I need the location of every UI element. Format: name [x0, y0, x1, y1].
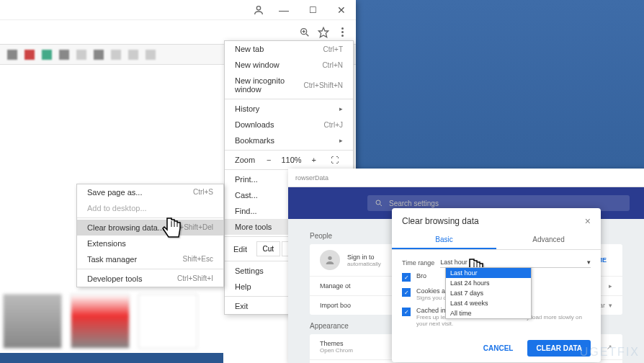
taskbar [0, 353, 223, 363]
dialog-tabs: Basic Advanced [392, 231, 601, 250]
tab-basic[interactable]: Basic [392, 231, 496, 249]
submenu-extensions[interactable]: Extensions [77, 236, 223, 251]
tab-advanced[interactable]: Advanced [496, 231, 601, 249]
svg-line-2 [306, 34, 308, 36]
star-icon[interactable] [314, 23, 333, 42]
search-icon [375, 199, 383, 207]
thumbnail-tile[interactable] [3, 294, 62, 349]
time-range-label: Time range [402, 259, 434, 266]
bookmark-item[interactable] [146, 50, 156, 60]
bookmark-item[interactable] [128, 50, 138, 60]
fullscreen-icon[interactable]: ⛶ [326, 156, 343, 164]
cut-button[interactable]: Cut [256, 241, 281, 256]
time-range-select[interactable]: Last hour▾ [440, 257, 591, 268]
user-avatar-icon[interactable] [248, 0, 269, 20]
chevron-right-icon: ▸ [339, 105, 343, 112]
bookmark-item[interactable] [24, 50, 35, 60]
maximize-button[interactable]: ☐ [298, 0, 327, 20]
more-menu-icon[interactable] [333, 23, 352, 42]
watermark: UGETFIX [580, 346, 640, 359]
time-range-dropdown: Last hour Last 24 hours Last 7 days Last… [445, 267, 532, 319]
dropdown-option[interactable]: Last 4 weeks [446, 298, 531, 308]
dropdown-option[interactable]: All time [446, 308, 531, 318]
close-button[interactable]: ✕ [327, 0, 356, 20]
submenu-add-to-desktop: Add to desktop... [77, 200, 223, 216]
settings-url-bar: rowserData [288, 169, 644, 187]
menu-new-incognito[interactable]: New incognito windowCtrl+Shift+N [225, 73, 353, 97]
avatar-icon [320, 250, 340, 270]
chevron-right-icon: ▸ [339, 137, 343, 144]
zoom-out-button[interactable]: − [262, 156, 275, 164]
menu-new-window[interactable]: New windowCtrl+N [225, 57, 353, 73]
dialog-close-button[interactable]: × [585, 215, 591, 227]
svg-point-9 [376, 200, 380, 205]
bookmark-item[interactable] [59, 50, 69, 60]
svg-point-11 [328, 256, 331, 260]
title-bar: — ☐ ✕ [0, 0, 356, 20]
dropdown-option[interactable]: Last 24 hours [446, 278, 531, 288]
dialog-title: Clear browsing data [402, 216, 479, 226]
clear-browsing-data-dialog: Clear browsing data × Basic Advanced Tim… [392, 208, 601, 362]
bookmark-item[interactable] [94, 50, 104, 60]
svg-marker-5 [318, 27, 328, 37]
bookmark-item[interactable] [111, 50, 121, 60]
menu-zoom: Zoom −110%+⛶ [225, 152, 353, 168]
chevron-right-icon: ▸ [609, 282, 612, 290]
zoom-icon[interactable] [295, 23, 314, 42]
checkbox-icon[interactable]: ✓ [402, 273, 411, 282]
caret-down-icon: ▾ [587, 259, 591, 266]
dropdown-option[interactable]: Last hour [446, 268, 531, 278]
checkbox-icon[interactable]: ✓ [402, 288, 411, 297]
thumbnail-tile[interactable] [138, 294, 197, 349]
submenu-clear-browsing-data[interactable]: Clear browsing data...Ctrl+Shift+Del [77, 220, 223, 236]
menu-downloads[interactable]: DownloadsCtrl+J [225, 117, 353, 133]
svg-line-10 [380, 205, 383, 207]
menu-history[interactable]: History▸ [225, 101, 353, 117]
zoom-value: 110% [281, 156, 301, 164]
bookmark-item[interactable] [76, 50, 86, 60]
submenu-task-manager[interactable]: Task managerShift+Esc [77, 251, 223, 267]
more-tools-submenu: Save page as...Ctrl+S Add to desktop... … [76, 184, 224, 287]
shortcut-thumbnails [0, 294, 200, 349]
thumbnail-tile[interactable] [71, 294, 130, 349]
menu-new-tab[interactable]: New tabCtrl+T [225, 41, 353, 57]
checkbox-icon[interactable]: ✓ [402, 308, 411, 316]
dropdown-option[interactable]: Last 7 days [446, 288, 531, 298]
bookmark-item[interactable] [42, 50, 52, 60]
submenu-save-page[interactable]: Save page as...Ctrl+S [77, 184, 223, 200]
cancel-button[interactable]: CANCEL [475, 340, 522, 357]
svg-point-0 [256, 6, 260, 9]
minimize-button[interactable]: — [269, 0, 298, 20]
bookmark-item[interactable] [7, 50, 17, 60]
zoom-in-button[interactable]: + [308, 156, 321, 164]
submenu-developer-tools[interactable]: Developer toolsCtrl+Shift+I [77, 271, 223, 287]
menu-bookmarks[interactable]: Bookmarks▸ [225, 133, 353, 148]
